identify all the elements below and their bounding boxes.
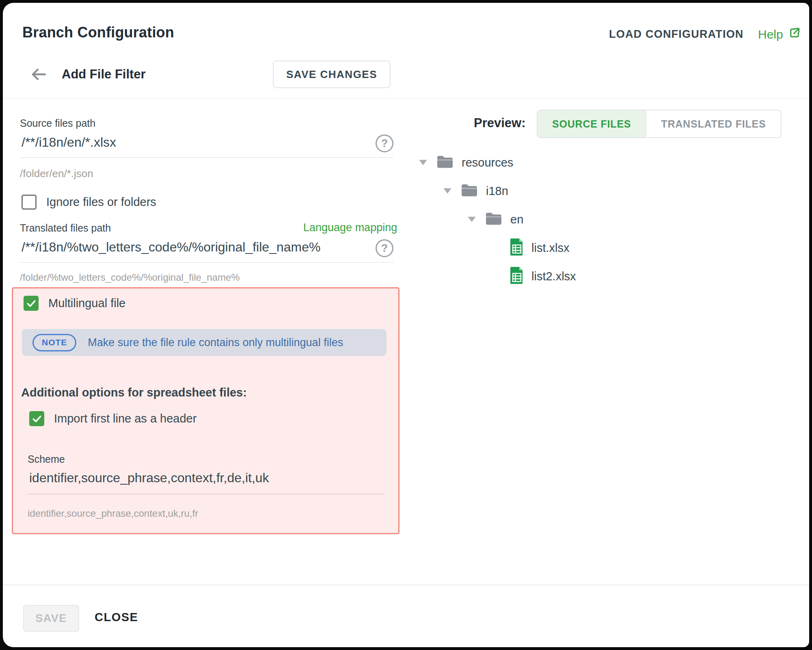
back-arrow-icon[interactable] xyxy=(29,65,48,84)
source-path-hint: /folder/en/*.json xyxy=(20,167,93,180)
tree-item-label: en xyxy=(510,213,523,226)
translated-files-path-field: ? xyxy=(20,239,393,263)
preview-label: Preview: xyxy=(474,116,526,130)
translated-files-path-input[interactable] xyxy=(20,240,376,262)
scheme-hint: identifier,source_phrase,context,uk,ru,f… xyxy=(28,508,198,519)
tab-translated-files[interactable]: TRANSLATED FILES xyxy=(646,110,780,137)
help-link-label: Help xyxy=(758,28,783,41)
tab-source-files[interactable]: SOURCE FILES xyxy=(538,110,646,137)
save-changes-button[interactable]: SAVE CHANGES xyxy=(273,61,391,88)
tree-item-resources[interactable]: resources xyxy=(418,154,513,171)
source-files-path-label: Source files path xyxy=(20,117,95,129)
note-banner: NOTE Make sure the file rule contains on… xyxy=(22,329,387,356)
multilingual-label: Multilingual file xyxy=(48,297,125,310)
caret-down-icon[interactable] xyxy=(442,187,453,195)
tree-item-label: resources xyxy=(462,156,513,169)
save-button[interactable]: SAVE xyxy=(23,605,79,632)
tree-item-en[interactable]: en xyxy=(466,211,523,228)
scheme-field xyxy=(28,470,385,494)
tree-item-i18n[interactable]: i18n xyxy=(442,182,508,199)
import-header-checkbox[interactable] xyxy=(29,411,44,426)
import-header-checkbox-row[interactable]: Import first line as a header xyxy=(29,411,197,426)
preview-toggle: SOURCE FILES TRANSLATED FILES xyxy=(537,110,782,138)
source-files-path-input[interactable] xyxy=(20,135,376,157)
spreadsheet-file-icon xyxy=(510,238,524,258)
source-files-path-field: ? xyxy=(20,134,393,158)
ignore-files-checkbox-row[interactable]: Ignore files or folders xyxy=(22,195,156,210)
branch-configuration-dialog: Branch Configuration LOAD CONFIGURATION … xyxy=(3,3,809,647)
import-header-label: Import first line as a header xyxy=(54,412,197,425)
translated-path-help-icon[interactable]: ? xyxy=(376,239,393,257)
ignore-files-checkbox[interactable] xyxy=(22,195,37,210)
add-file-filter-title: Add File Filter xyxy=(62,67,146,82)
ignore-files-label: Ignore files or folders xyxy=(46,195,156,209)
spreadsheet-file-icon xyxy=(510,266,524,286)
help-link[interactable]: Help xyxy=(758,26,801,42)
translated-path-hint: /folder/%two_letters_code%/%original_fil… xyxy=(20,272,240,283)
scheme-label: Scheme xyxy=(28,453,65,465)
caret-down-icon[interactable] xyxy=(418,158,428,167)
note-badge: NOTE xyxy=(32,334,76,351)
caret-down-icon[interactable] xyxy=(466,215,477,223)
note-text: Make sure the file rule contains only mu… xyxy=(88,336,343,349)
tree-item-list2-xlsx[interactable]: list2.xlsx xyxy=(510,266,576,286)
folder-icon xyxy=(460,182,479,199)
spreadsheet-options-heading: Additional options for spreadsheet files… xyxy=(21,386,247,399)
close-button[interactable]: CLOSE xyxy=(95,611,138,624)
language-mapping-link[interactable]: Language mapping xyxy=(303,221,397,234)
folder-icon xyxy=(436,154,454,171)
tree-item-label: list.xlsx xyxy=(531,241,569,255)
multilingual-highlight-section: Multilingual file NOTE Make sure the fil… xyxy=(12,287,400,534)
tree-item-list-xlsx[interactable]: list.xlsx xyxy=(510,238,569,258)
scheme-input[interactable] xyxy=(28,470,385,494)
footer-divider xyxy=(3,585,809,585)
tree-item-label: i18n xyxy=(486,184,508,198)
source-path-help-icon[interactable]: ? xyxy=(376,134,393,152)
multilingual-checkbox[interactable] xyxy=(24,296,39,311)
multilingual-checkbox-row[interactable]: Multilingual file xyxy=(24,296,125,311)
external-link-icon xyxy=(788,26,801,42)
page-title: Branch Configuration xyxy=(22,24,174,41)
translated-files-path-label: Translated files path xyxy=(20,222,111,234)
folder-icon xyxy=(484,211,503,228)
tree-item-label: list2.xlsx xyxy=(531,270,576,283)
header-divider xyxy=(3,98,809,99)
load-configuration-button[interactable]: LOAD CONFIGURATION xyxy=(609,28,744,41)
